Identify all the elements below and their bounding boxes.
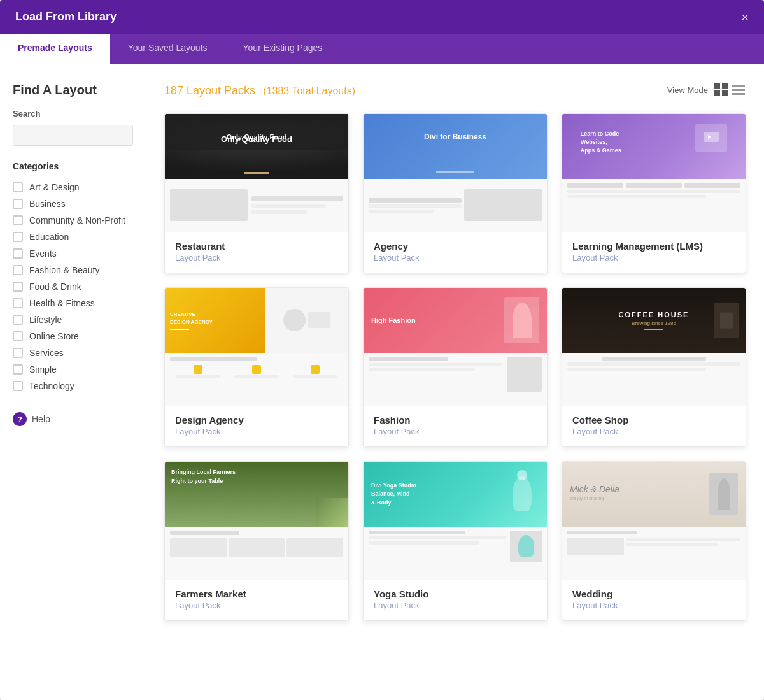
card-preview-yoga: Divi Yoga StudioBalance, Mind& Body xyxy=(364,462,547,580)
card-name-wedding: Wedding xyxy=(572,589,735,599)
category-art-design[interactable]: Art & Design xyxy=(13,179,133,196)
search-label: Search xyxy=(13,109,133,118)
layout-card-yoga[interactable]: Divi Yoga StudioBalance, Mind& Body xyxy=(363,461,548,621)
help-label: Help xyxy=(32,414,50,424)
category-label-lifestyle: Lifestyle xyxy=(29,315,62,325)
close-button[interactable]: × xyxy=(741,11,749,24)
card-preview-restaurant: Only Quality Food xyxy=(165,114,348,232)
card-preview-farmers: Bringing Local FarmersRight to your Tabl… xyxy=(165,462,348,580)
category-label-business: Business xyxy=(29,199,66,209)
category-label-health: Health & Fitness xyxy=(29,298,95,308)
category-label-art-design: Art & Design xyxy=(29,182,80,192)
tab-saved-layouts[interactable]: Your Saved Layouts xyxy=(110,34,225,64)
category-lifestyle[interactable]: Lifestyle xyxy=(13,311,133,328)
category-simple[interactable]: Simple xyxy=(13,361,133,378)
category-food[interactable]: Food & Drink xyxy=(13,278,133,295)
grid-cell-1 xyxy=(714,83,720,89)
category-health[interactable]: Health & Fitness xyxy=(13,295,133,311)
card-type-restaurant: Layout Pack xyxy=(175,253,338,262)
categories-title: Categories xyxy=(13,161,133,171)
modal-container: Load From Library × Premade Layouts Your… xyxy=(0,0,764,700)
grid-cell-4 xyxy=(722,90,728,96)
category-online-store[interactable]: Online Store xyxy=(13,328,133,345)
category-label-events: Events xyxy=(29,248,57,259)
card-info-design-agency: Design Agency Layout Pack xyxy=(165,406,348,446)
card-name-coffee: Coffee Shop xyxy=(572,415,735,425)
sidebar-title: Find A Layout xyxy=(13,83,133,97)
card-name-design-agency: Design Agency xyxy=(175,415,338,425)
checkbox-online-store[interactable] xyxy=(13,331,23,341)
card-name-farmers: Farmers Market xyxy=(175,589,338,599)
card-preview-coffee: COFFEE HOUSE Brewing since 1985 xyxy=(562,288,746,406)
layout-card-design-agency[interactable]: CREATIVEDESIGN AGENCY xyxy=(164,287,349,447)
category-business[interactable]: Business xyxy=(13,196,133,212)
checkbox-art-design[interactable] xyxy=(13,182,23,192)
content-header: 187 Layout Packs (1383 Total Layouts) Vi… xyxy=(164,82,746,98)
checkbox-fashion[interactable] xyxy=(13,265,23,275)
tab-premade-layouts[interactable]: Premade Layouts xyxy=(0,34,110,64)
checkbox-education[interactable] xyxy=(13,232,23,242)
category-education[interactable]: Education xyxy=(13,229,133,245)
layouts-grid: Only Quality Food xyxy=(164,113,746,621)
layout-card-restaurant[interactable]: Only Quality Food xyxy=(164,113,349,273)
search-input[interactable] xyxy=(13,125,133,146)
card-type-yoga: Layout Pack xyxy=(374,601,537,610)
layout-card-farmers[interactable]: Bringing Local FarmersRight to your Tabl… xyxy=(164,461,349,621)
checkbox-business[interactable] xyxy=(13,199,23,209)
card-info-agency: Agency Layout Pack xyxy=(364,232,547,273)
layout-card-wedding[interactable]: Mick & Della the joy of sharing xyxy=(562,461,746,621)
category-technology[interactable]: Technology xyxy=(13,378,133,394)
card-preview-wedding: Mick & Della the joy of sharing xyxy=(562,462,746,580)
card-info-yoga: Yoga Studio Layout Pack xyxy=(364,580,547,620)
card-info-restaurant: Restaurant Layout Pack xyxy=(165,232,348,273)
layout-card-lms[interactable]: Learn to CodeWebsites,Apps & Games xyxy=(562,113,746,273)
grid-view-button[interactable] xyxy=(714,83,728,97)
list-line-2 xyxy=(732,89,745,91)
list-view-button[interactable] xyxy=(732,83,746,97)
card-type-design-agency: Layout Pack xyxy=(175,427,338,436)
card-type-wedding: Layout Pack xyxy=(572,601,735,610)
card-name-agency: Agency xyxy=(374,241,537,252)
category-fashion[interactable]: Fashion & Beauty xyxy=(13,262,133,278)
checkbox-food[interactable] xyxy=(13,282,23,292)
modal-header: Load From Library × xyxy=(0,0,764,34)
card-name-yoga: Yoga Studio xyxy=(374,589,537,599)
layout-card-fashion[interactable]: High Fashion xyxy=(363,287,548,447)
category-services[interactable]: Services xyxy=(13,345,133,361)
list-line-3 xyxy=(732,93,745,95)
grid-cell-3 xyxy=(714,90,720,96)
category-label-services: Services xyxy=(29,348,64,358)
category-community[interactable]: Community & Non-Profit xyxy=(13,212,133,229)
category-label-education: Education xyxy=(29,232,69,242)
checkbox-health[interactable] xyxy=(13,298,23,308)
help-button[interactable]: ? Help xyxy=(13,412,133,426)
checkbox-technology[interactable] xyxy=(13,381,23,391)
modal-body: Find A Layout Search Categories Art & De… xyxy=(0,64,764,700)
layout-card-agency[interactable]: Divi for Business xyxy=(363,113,548,273)
card-name-restaurant: Restaurant xyxy=(175,241,338,252)
card-info-coffee: Coffee Shop Layout Pack xyxy=(562,406,746,446)
sidebar: Find A Layout Search Categories Art & De… xyxy=(0,64,146,700)
layout-count: 187 Layout Packs (1383 Total Layouts) xyxy=(164,82,355,98)
checkbox-community[interactable] xyxy=(13,215,23,225)
checkbox-simple[interactable] xyxy=(13,364,23,375)
layout-card-coffee[interactable]: COFFEE HOUSE Brewing since 1985 xyxy=(562,287,746,447)
tab-existing-pages[interactable]: Your Existing Pages xyxy=(225,34,341,64)
card-type-coffee: Layout Pack xyxy=(572,427,735,436)
checkbox-events[interactable] xyxy=(13,248,23,259)
checkbox-lifestyle[interactable] xyxy=(13,315,23,325)
card-type-fashion: Layout Pack xyxy=(374,427,537,436)
category-events[interactable]: Events xyxy=(13,245,133,262)
card-info-farmers: Farmers Market Layout Pack xyxy=(165,580,348,620)
card-type-lms: Layout Pack xyxy=(572,253,735,262)
list-line-1 xyxy=(732,85,745,87)
card-type-farmers: Layout Pack xyxy=(175,601,338,610)
grid-cell-2 xyxy=(722,83,728,89)
card-name-lms: Learning Management (LMS) xyxy=(572,241,735,252)
category-label-food: Food & Drink xyxy=(29,282,81,292)
checkbox-services[interactable] xyxy=(13,348,23,358)
tabs-bar: Premade Layouts Your Saved Layouts Your … xyxy=(0,34,764,64)
category-label-community: Community & Non-Profit xyxy=(29,215,125,225)
total-layouts: (1383 Total Layouts) xyxy=(263,85,355,96)
card-type-agency: Layout Pack xyxy=(374,253,537,262)
